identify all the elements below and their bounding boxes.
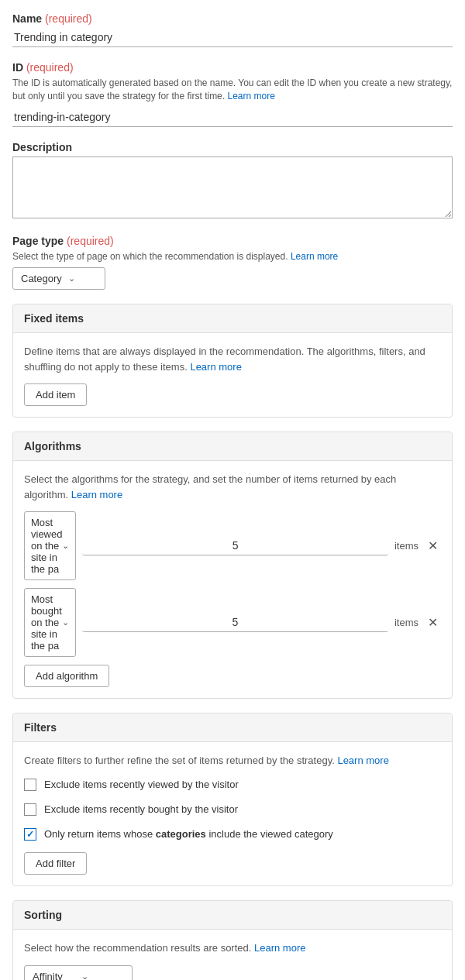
- algorithm-select-2-label: Most bought on the site in the pa: [31, 593, 62, 652]
- id-learn-more-link[interactable]: Learn more: [227, 91, 274, 101]
- id-field-group: ID (required) The ID is automatically ge…: [12, 61, 453, 127]
- algorithm-remove-1[interactable]: ✕: [425, 538, 441, 553]
- filter-label-2: Exclude items recently bought by the vis…: [44, 803, 238, 817]
- algorithms-section: Algorithms Select the algorithms for the…: [12, 432, 453, 699]
- id-input[interactable]: [12, 108, 453, 127]
- page-type-value: Category: [21, 273, 62, 284]
- filter-label-1: Exclude items recently viewed by the vis…: [44, 778, 239, 792]
- filters-section: Filters Create filters to further refine…: [12, 713, 453, 886]
- page-type-required: (required): [67, 235, 114, 247]
- name-input[interactable]: [12, 28, 453, 47]
- algorithms-header: Algorithms: [13, 432, 452, 461]
- filters-learn-more-link[interactable]: Learn more: [337, 755, 388, 766]
- algorithm-items-input-2[interactable]: [82, 613, 388, 632]
- filter-row-2: Exclude items recently bought by the vis…: [24, 803, 441, 817]
- fixed-items-learn-more-link[interactable]: Learn more: [190, 361, 241, 373]
- description-label: Description: [12, 141, 453, 153]
- chevron-down-icon: ⌄: [62, 541, 69, 551]
- id-required: (required): [26, 61, 74, 74]
- algorithm-select-2[interactable]: Most bought on the site in the pa ⌄: [24, 588, 76, 657]
- algorithms-learn-more-link[interactable]: Learn more: [71, 489, 122, 500]
- sorting-select[interactable]: Affinity ⌄: [24, 965, 133, 980]
- id-label: ID (required): [12, 61, 453, 74]
- chevron-down-icon: ⌄: [68, 273, 75, 284]
- name-required: (required): [45, 12, 92, 25]
- fixed-items-desc: Define items that are always displayed i…: [24, 344, 441, 374]
- filter-checkbox-3[interactable]: [24, 828, 36, 841]
- algorithm-items-label-1: items: [394, 540, 418, 552]
- filter-row-3: Only return items whose categories inclu…: [24, 827, 441, 841]
- add-algorithm-button[interactable]: Add algorithm: [24, 665, 109, 687]
- filter-checkbox-1[interactable]: [24, 779, 36, 791]
- description-field-group: Description: [12, 141, 453, 221]
- add-item-button[interactable]: Add item: [24, 383, 87, 406]
- algorithm-select-1-label: Most viewed on the site in the pa: [31, 517, 62, 575]
- algorithm-remove-2[interactable]: ✕: [425, 615, 441, 630]
- page-type-field-group: Page type (required) Select the type of …: [12, 235, 453, 291]
- chevron-down-icon: ⌄: [62, 617, 69, 628]
- add-filter-button[interactable]: Add filter: [24, 852, 87, 875]
- sorting-body: Select how the recommendation results ar…: [13, 930, 452, 980]
- filter-checkbox-2[interactable]: [24, 803, 36, 816]
- algorithms-desc: Select the algorithms for the strategy, …: [24, 472, 441, 502]
- filters-desc: Create filters to further refine the set…: [24, 753, 441, 769]
- algorithm-select-1[interactable]: Most viewed on the site in the pa ⌄: [24, 511, 76, 580]
- page-type-select[interactable]: Category ⌄: [12, 267, 105, 290]
- name-label: Name (required): [12, 12, 453, 25]
- algorithm-items-input-1[interactable]: [82, 536, 388, 555]
- chevron-down-icon: ⌄: [81, 971, 88, 980]
- page-type-description: Select the type of page on which the rec…: [12, 250, 453, 263]
- filter-label-3: Only return items whose categories inclu…: [44, 827, 333, 841]
- algorithms-body: Select the algorithms for the strategy, …: [13, 461, 452, 698]
- sorting-learn-more-link[interactable]: Learn more: [254, 942, 305, 954]
- id-description: The ID is automatically generated based …: [12, 77, 453, 103]
- algorithm-row-1: Most viewed on the site in the pa ⌄ item…: [24, 511, 441, 580]
- page-type-label: Page type (required): [12, 235, 453, 247]
- filters-body: Create filters to further refine the set…: [13, 742, 452, 885]
- name-field-group: Name (required): [12, 12, 453, 47]
- page-type-learn-more-link[interactable]: Learn more: [291, 251, 338, 262]
- fixed-items-body: Define items that are always displayed i…: [13, 333, 452, 417]
- fixed-items-section: Fixed items Define items that are always…: [12, 304, 453, 418]
- description-input[interactable]: [12, 156, 453, 218]
- filter-row-1: Exclude items recently viewed by the vis…: [24, 778, 441, 792]
- algorithm-row-2: Most bought on the site in the pa ⌄ item…: [24, 588, 441, 657]
- sorting-desc: Select how the recommendation results ar…: [24, 940, 441, 956]
- sorting-header: Sorting: [13, 901, 452, 930]
- sorting-value: Affinity: [33, 971, 63, 980]
- filters-header: Filters: [13, 714, 452, 742]
- algorithm-items-label-2: items: [394, 617, 418, 628]
- fixed-items-header: Fixed items: [13, 304, 452, 333]
- sorting-section: Sorting Select how the recommendation re…: [12, 900, 453, 980]
